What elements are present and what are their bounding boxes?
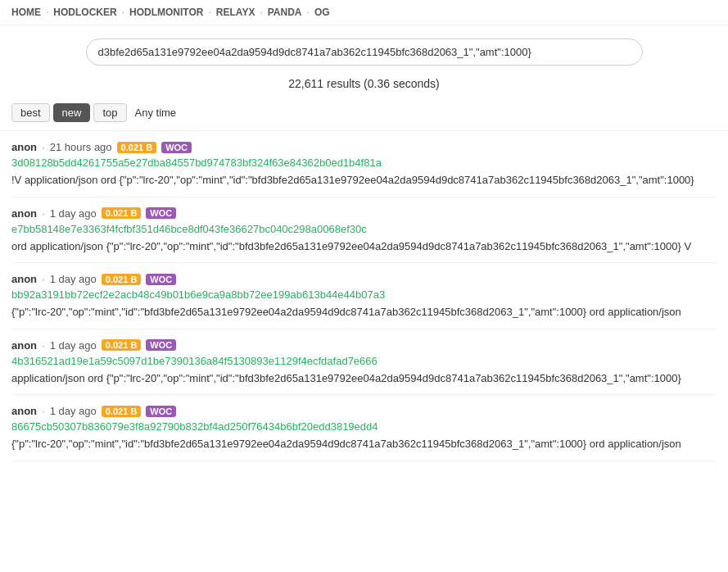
result-separator: · bbox=[42, 141, 45, 153]
result-txid-link[interactable]: 4b316521ad19e1a59c5097d1be7390136a84f513… bbox=[11, 355, 717, 367]
badge-amount: 0.021 B bbox=[102, 406, 142, 417]
nav-item-relayx[interactable]: RELAYX bbox=[216, 7, 255, 18]
filter-time: Any time bbox=[135, 107, 177, 119]
result-time: 21 hours ago bbox=[50, 141, 112, 153]
nav-item-hodlmonitor[interactable]: HODLMONITOR bbox=[129, 7, 203, 18]
result-item: anon·1 day ago0.021 BWOC86675cb50307b836… bbox=[11, 395, 717, 461]
badge-woc: WOC bbox=[161, 142, 192, 153]
badge-amount: 0.021 B bbox=[102, 274, 142, 285]
filter-bar: bestnewtopAny time bbox=[0, 100, 728, 131]
result-item: anon·1 day ago0.021 BWOCbb92a3191bb72ecf… bbox=[11, 263, 717, 329]
result-meta: anon·1 day ago0.021 BWOC bbox=[11, 339, 717, 352]
result-content: {"p":"lrc-20","op":"mint","id":"bfd3bfe2… bbox=[11, 304, 717, 320]
result-item: anon·1 day ago0.021 BWOC4b316521ad19e1a5… bbox=[11, 329, 717, 396]
badge-amount: 0.021 B bbox=[102, 207, 142, 219]
result-content: {"p":"lrc-20","op":"mint","id":"bfd3bfe2… bbox=[11, 436, 717, 452]
result-author: anon bbox=[11, 339, 37, 352]
result-content: application/json ord {"p":"lrc-20","op":… bbox=[11, 370, 717, 387]
nav-separator: · bbox=[208, 7, 210, 18]
result-separator: · bbox=[42, 339, 45, 352]
filter-btn-best[interactable]: best bbox=[11, 103, 50, 122]
result-meta: anon·1 day ago0.021 BWOC bbox=[11, 207, 717, 220]
badge-amount: 0.021 B bbox=[102, 339, 142, 351]
result-meta: anon·1 day ago0.021 BWOC bbox=[11, 405, 717, 417]
badge-woc: WOC bbox=[146, 406, 176, 417]
badge-woc: WOC bbox=[146, 207, 176, 219]
filter-btn-new[interactable]: new bbox=[53, 103, 91, 122]
results-count: 22,611 results (0.36 seconds) bbox=[288, 77, 439, 90]
nav-item-panda[interactable]: PANDA bbox=[268, 7, 302, 18]
results-info: 22,611 results (0.36 seconds) bbox=[0, 74, 728, 100]
result-author: anon bbox=[11, 405, 37, 417]
search-container bbox=[0, 25, 728, 74]
nav-separator: · bbox=[46, 7, 48, 18]
result-time: 1 day ago bbox=[50, 405, 97, 417]
badge-woc: WOC bbox=[146, 274, 176, 285]
badge-amount: 0.021 B bbox=[117, 142, 157, 153]
badge-woc: WOC bbox=[146, 339, 176, 351]
result-txid-link[interactable]: 3d08128b5dd4261755a5e27dba84557bd974783b… bbox=[11, 157, 717, 169]
nav-separator: · bbox=[307, 7, 310, 18]
nav-item-hodlocker[interactable]: HODLOCKER bbox=[53, 7, 116, 18]
nav-item-home[interactable]: HOME bbox=[11, 7, 41, 18]
result-txid-link[interactable]: e7bb58148e7e3363f4fcfbf351d46bce8df043fe… bbox=[11, 223, 717, 235]
result-content: !V application/json ord {"p":"lrc-20","o… bbox=[11, 172, 717, 188]
result-author: anon bbox=[11, 273, 37, 285]
result-item: anon·21 hours ago0.021 BWOC3d08128b5dd42… bbox=[11, 131, 717, 197]
result-time: 1 day ago bbox=[50, 339, 97, 352]
result-separator: · bbox=[42, 405, 45, 417]
results-list: anon·21 hours ago0.021 BWOC3d08128b5dd42… bbox=[0, 131, 728, 461]
result-time: 1 day ago bbox=[50, 273, 97, 285]
result-separator: · bbox=[42, 207, 45, 220]
result-author: anon bbox=[11, 141, 37, 153]
top-nav: HOME·HODLOCKER·HODLMONITOR·RELAYX·PANDA·… bbox=[0, 0, 728, 25]
result-content: ord application/json {"p":"lrc-20","op":… bbox=[11, 238, 717, 255]
result-txid-link[interactable]: bb92a3191bb72ecf2e2acb48c49b01b6e9ca9a8b… bbox=[11, 288, 717, 301]
filter-btn-top[interactable]: top bbox=[93, 103, 126, 122]
nav-separator: · bbox=[122, 7, 124, 18]
result-item: anon·1 day ago0.021 BWOCe7bb58148e7e3363… bbox=[11, 197, 717, 264]
nav-item-og[interactable]: OG bbox=[314, 7, 330, 18]
result-meta: anon·21 hours ago0.021 BWOC bbox=[11, 141, 717, 153]
result-time: 1 day ago bbox=[50, 207, 97, 220]
nav-separator: · bbox=[260, 7, 262, 18]
result-author: anon bbox=[11, 207, 37, 220]
result-separator: · bbox=[42, 273, 45, 285]
result-txid-link[interactable]: 86675cb50307b836079e3f8a92790b832bf4ad25… bbox=[11, 420, 717, 433]
search-input[interactable] bbox=[86, 39, 643, 66]
result-meta: anon·1 day ago0.021 BWOC bbox=[11, 273, 717, 285]
